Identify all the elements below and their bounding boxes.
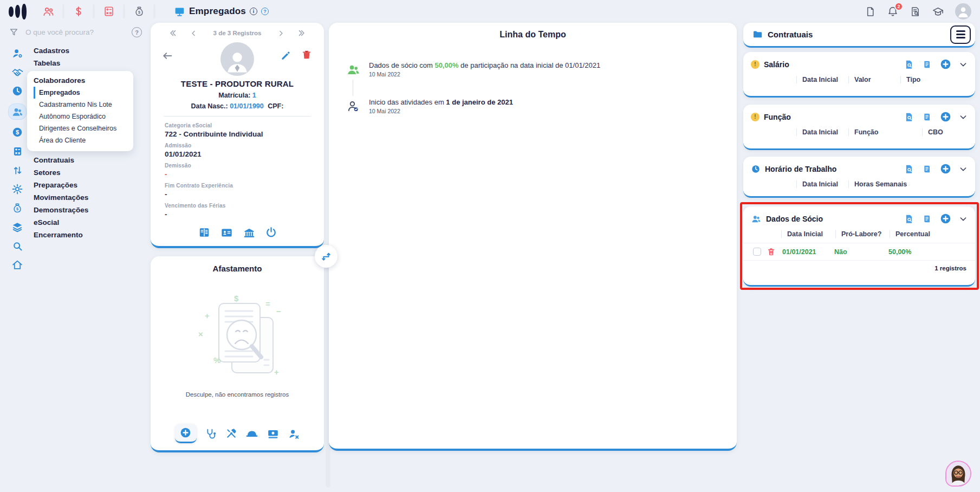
- support-chat-avatar[interactable]: [945, 461, 971, 487]
- rail-movimentacoes-icon[interactable]: [8, 164, 27, 177]
- submenu-item-autonomo-esporadico[interactable]: Autônomo Esporádico: [34, 111, 127, 122]
- id-card-icon[interactable]: [220, 226, 233, 239]
- edit-employee-button[interactable]: [280, 50, 291, 61]
- menu-item-movimentacoes[interactable]: Movimentações: [34, 191, 145, 204]
- add-record-icon[interactable]: [939, 212, 952, 225]
- help-icon[interactable]: ?: [261, 8, 269, 15]
- sidebar-help-icon[interactable]: ?: [132, 27, 142, 37]
- payroll-shortcut-icon[interactable]: [72, 5, 85, 18]
- collapse-chevron-icon[interactable]: [959, 113, 968, 121]
- safety-helmet-icon[interactable]: [245, 427, 258, 440]
- history-scroll-icon[interactable]: [921, 213, 932, 224]
- filter-funnel-icon[interactable]: [9, 27, 19, 37]
- rail-tabelas-icon[interactable]: [8, 66, 27, 79]
- rail-cadastros-icon[interactable]: [8, 47, 27, 60]
- collapse-chevron-icon[interactable]: [959, 60, 968, 69]
- timeline-event: Inicio das atividades em 1 de janeiro de…: [345, 98, 737, 114]
- field-demissao: Demissão -: [165, 163, 324, 178]
- add-record-icon[interactable]: [939, 111, 952, 123]
- employee-card: 3 de 3 Registros TESTE - PRODUTOR RURAL …: [151, 23, 324, 248]
- menu-item-cadastros[interactable]: Cadastros: [34, 44, 145, 57]
- notes-icon[interactable]: [865, 6, 876, 17]
- menu-item-tabelas[interactable]: Tabelas: [34, 57, 145, 69]
- audit-log-icon[interactable]: [910, 6, 921, 17]
- menu-item-contratuais[interactable]: Contratuais: [34, 154, 145, 166]
- menu-item-preparacoes[interactable]: Preparações: [34, 179, 145, 191]
- consult-report-icon[interactable]: [904, 164, 914, 174]
- collapse-chevron-icon[interactable]: [959, 215, 968, 223]
- first-record-icon[interactable]: [170, 29, 177, 37]
- history-scroll-icon[interactable]: [921, 112, 932, 122]
- employee-name: TESTE - PRODUTOR RURAL: [151, 79, 324, 88]
- divider: [123, 4, 125, 18]
- section-title: Horário de Trabalho: [765, 165, 836, 173]
- employee-avatar: [220, 42, 254, 76]
- last-record-icon[interactable]: [297, 29, 305, 37]
- rail-colaboradores-icon[interactable]: [8, 103, 27, 120]
- add-afastamento-tab[interactable]: [175, 424, 197, 443]
- rail-preparacoes-icon[interactable]: [8, 183, 27, 196]
- next-record-icon[interactable]: [277, 30, 284, 37]
- column-header: Percentual: [890, 230, 930, 238]
- add-record-icon[interactable]: [939, 58, 952, 70]
- submenu-item-cadastramento-nis-lote[interactable]: Cadastramento Nis Lote: [34, 99, 127, 111]
- payment-cash-icon[interactable]: [267, 427, 280, 440]
- previous-record-icon[interactable]: [190, 30, 197, 37]
- nasc-label: Data Nasc.:: [191, 102, 228, 110]
- rail-demonstracoes-icon[interactable]: [8, 202, 27, 215]
- notifications-bell-icon[interactable]: 2: [887, 5, 899, 17]
- field-fim-contrato-experiencia: Fim Contrato Experiência -: [165, 183, 324, 198]
- consult-report-icon[interactable]: [904, 213, 914, 224]
- row-checkbox[interactable]: [753, 248, 761, 256]
- add-record-icon[interactable]: [939, 163, 952, 175]
- sidebar-menu: Cadastros Tabelas Colaboradores Empregad…: [34, 44, 145, 241]
- tools-icon[interactable]: [225, 428, 237, 439]
- collapse-chevron-icon[interactable]: [959, 165, 968, 173]
- calculator-shortcut-icon[interactable]: [102, 5, 115, 18]
- folder-icon: [752, 29, 763, 40]
- panel-menu-button[interactable]: [950, 25, 971, 44]
- menu-item-encerramento[interactable]: Encerramento: [34, 229, 145, 241]
- menu-item-esocial[interactable]: eSocial: [34, 216, 145, 229]
- employee-summary: TESTE - PRODUTOR RURAL Matrícula: 1 Data…: [151, 79, 324, 223]
- bank-icon[interactable]: [243, 226, 256, 239]
- partners-people-icon: [751, 213, 762, 224]
- training-icon[interactable]: [932, 5, 944, 18]
- consult-report-icon[interactable]: [904, 59, 914, 70]
- section-title: Dados de Sócio: [766, 215, 823, 223]
- user-avatar[interactable]: [955, 3, 971, 20]
- menu-item-setores[interactable]: Setores: [34, 166, 145, 179]
- registrations-book-icon[interactable]: [198, 226, 211, 239]
- rail-home-icon[interactable]: [8, 258, 27, 271]
- person-remove-icon[interactable]: [288, 428, 300, 440]
- cell-percentual: 50,00%: [888, 248, 911, 256]
- moneybag-shortcut-icon[interactable]: [133, 5, 146, 18]
- employees-shortcut-icon[interactable]: [42, 5, 55, 18]
- delete-employee-button[interactable]: [301, 49, 312, 60]
- back-arrow-icon[interactable]: [161, 50, 173, 62]
- sidebar-search-input[interactable]: [25, 28, 112, 36]
- consult-report-icon[interactable]: [904, 112, 914, 122]
- menu-item-demonstracoes[interactable]: Demonstrações: [34, 204, 145, 216]
- submenu-item-dirigentes-e-conselheiros[interactable]: Dirigentes e Conselheiros: [34, 122, 127, 134]
- rail-esocial-icon[interactable]: [8, 221, 27, 234]
- power-status-icon[interactable]: [265, 226, 277, 239]
- menu-item-colaboradores[interactable]: Colaboradores: [34, 75, 127, 87]
- history-scroll-icon[interactable]: [921, 59, 932, 70]
- submenu-item-area-do-cliente[interactable]: Área do Cliente: [34, 134, 127, 146]
- section-dados-de-socio: Dados de Sócio Data Inicial Pró-Labore? …: [743, 206, 975, 287]
- app-logo-icon[interactable]: [9, 3, 27, 20]
- rail-clock-icon[interactable]: [8, 85, 27, 98]
- rail-setores-icon[interactable]: [8, 145, 27, 158]
- rail-contratuais-icon[interactable]: [8, 126, 27, 139]
- swap-panels-button[interactable]: [315, 245, 338, 268]
- health-stethoscope-icon[interactable]: [205, 428, 217, 440]
- row-delete-icon[interactable]: [767, 247, 776, 256]
- history-scroll-icon[interactable]: [921, 164, 932, 174]
- cell-data-inicial[interactable]: 01/01/2021: [782, 248, 834, 256]
- activity-start-date: 1 de janeiro de 2021: [446, 98, 513, 106]
- submenu-item-empregados[interactable]: Empregados: [34, 87, 127, 99]
- rail-search-icon[interactable]: [8, 239, 27, 253]
- info-icon[interactable]: i: [250, 8, 257, 15]
- matricula-value[interactable]: 1: [252, 92, 256, 99]
